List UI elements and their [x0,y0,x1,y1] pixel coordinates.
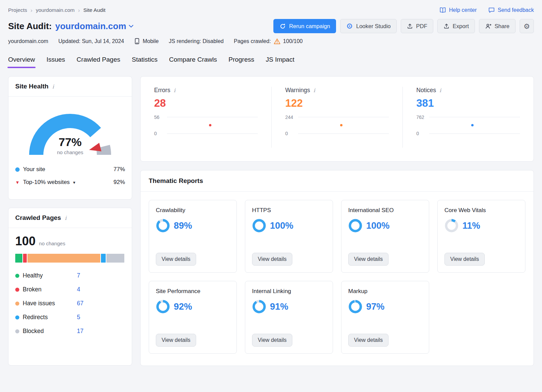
blocked-count[interactable]: 17 [77,328,83,335]
broken-dot [15,288,19,292]
pages-crawled-label: Pages crawled: [234,38,271,44]
gridline [429,133,520,134]
view-details-button[interactable]: View details [252,253,292,266]
view-details-button[interactable]: View details [348,334,389,347]
rerun-campaign-label: Rerun campaign [289,23,330,29]
tab-statistics[interactable]: Statistics [132,56,158,68]
info-icon[interactable]: i [173,87,176,94]
main-content: Site Health i 77% no changes Your site 7… [8,76,534,366]
breadcrumb-projects[interactable]: Projects [8,7,27,13]
crawled-pages-title: Crawled Pages [15,214,61,222]
info-icon[interactable]: i [64,215,67,221]
tab-issues[interactable]: Issues [46,56,65,68]
site-health-gauge: 77% no changes [19,104,121,160]
help-center-label: Help center [449,7,477,13]
rerun-campaign-button[interactable]: Rerun campaign [273,19,336,33]
crawled-total-row: 100 no changes [15,234,125,248]
notices-label-row: Notices i [416,87,520,94]
crawled-stacked-bar [15,254,125,263]
errors-value[interactable]: 28 [154,97,258,109]
redirects-count[interactable]: 5 [77,314,80,321]
export-up-icon [443,23,450,29]
redirects-dot [15,315,19,319]
meta-row: yourdomain.com Updated: Sun, Jul 14, 202… [8,38,534,44]
crawled-pages-card: Crawled Pages i 100 no changes Healthy 7 [8,208,132,366]
tab-compare-crawls[interactable]: Compare Crawls [169,56,217,68]
warnings-column: Warnings i 122 244 0 [271,87,402,148]
info-icon[interactable]: i [439,87,442,94]
breadcrumb-separator-icon: › [30,7,33,13]
chevron-down-icon [129,25,133,28]
pages-crawled-value: 100/100 [283,38,303,44]
healthy-label: Healthy [23,272,74,279]
share-button[interactable]: Share [479,19,516,33]
domain-selector[interactable]: yourdomain.com [55,21,133,32]
bar-segment [101,254,106,263]
report-title: Crawlability [156,207,230,214]
donut-chart [156,300,170,314]
settings-button[interactable]: ⚙ [520,19,534,33]
errors-label: Errors [154,87,170,94]
looker-studio-icon [346,23,353,29]
notices-value[interactable]: 381 [416,97,520,109]
donut-chart [252,300,266,314]
donut-chart [348,300,362,314]
report-card-site-performance: Site Performance 92% View details [149,281,237,354]
pdf-button[interactable]: PDF [401,19,433,33]
export-button[interactable]: Export [437,19,475,33]
legend-row-top10[interactable]: ▼ Top-10% websites ▾ 92% [15,176,125,189]
donut-chart [348,219,362,233]
looker-studio-button[interactable]: Looker Studio [340,19,397,33]
tab-overview[interactable]: Overview [8,56,35,68]
healthy-count[interactable]: 7 [77,272,80,279]
view-details-button[interactable]: View details [348,253,389,266]
send-feedback-link[interactable]: Send feedback [488,7,534,14]
page-title-label: Site Audit: [8,21,52,32]
breadcrumb-domain[interactable]: yourdomain.com [36,7,75,13]
have-issues-count[interactable]: 67 [77,300,83,307]
errors-axis-max: 56 [154,115,160,120]
info-icon[interactable]: i [51,83,55,90]
tab-crawled-pages[interactable]: Crawled Pages [77,56,120,68]
right-column: Errors i 28 56 0 Warnings i [140,76,534,366]
help-book-icon [439,7,446,14]
tab-bar: Overview Issues Crawled Pages Statistics… [8,56,534,68]
warnings-label: Warnings [285,87,310,94]
report-title: Markup [348,288,422,295]
gauge-subtitle: no changes [57,149,83,155]
view-details-button[interactable]: View details [252,334,292,347]
warnings-value[interactable]: 122 [285,97,389,109]
gridline [298,117,389,117]
site-health-header: Site Health i [8,77,132,97]
warnings-axis-max: 244 [285,115,293,120]
blocked-dot [15,329,19,333]
send-feedback-label: Send feedback [498,7,534,13]
report-title: HTTPS [252,207,326,214]
export-up-icon [407,23,413,29]
report-percent: 91% [270,302,288,312]
view-details-button[interactable]: View details [156,334,196,347]
tab-js-impact[interactable]: JS Impact [266,56,294,68]
meta-pages-crawled: Pages crawled: 100/100 [234,38,303,44]
view-details-button[interactable]: View details [444,253,485,266]
report-title: International SEO [348,207,422,214]
notices-label: Notices [416,87,436,94]
report-score: 100% [252,219,326,233]
left-column: Site Health i 77% no changes Your site 7… [8,76,132,366]
your-site-label: Your site [23,166,45,173]
help-center-link[interactable]: Help center [439,7,477,14]
info-icon[interactable]: i [313,87,316,94]
breadcrumb: Projects › yourdomain.com › Site Audit [8,7,105,13]
notices-axis-max: 762 [416,115,424,120]
warning-triangle-icon [274,38,280,44]
report-percent: 97% [366,302,384,312]
broken-count[interactable]: 4 [77,286,80,293]
breadcrumb-current: Site Audit [83,7,106,13]
crawled-legend: Healthy 7 Broken 4 Have issues 67 [15,269,125,338]
tab-progress[interactable]: Progress [228,56,254,68]
notices-column: Notices i 381 762 0 [402,87,534,148]
healthy-dot [15,274,19,278]
view-details-button[interactable]: View details [156,253,196,266]
crawled-pages-body: 100 no changes Healthy 7 Broken [8,228,132,345]
gridline [167,133,258,134]
